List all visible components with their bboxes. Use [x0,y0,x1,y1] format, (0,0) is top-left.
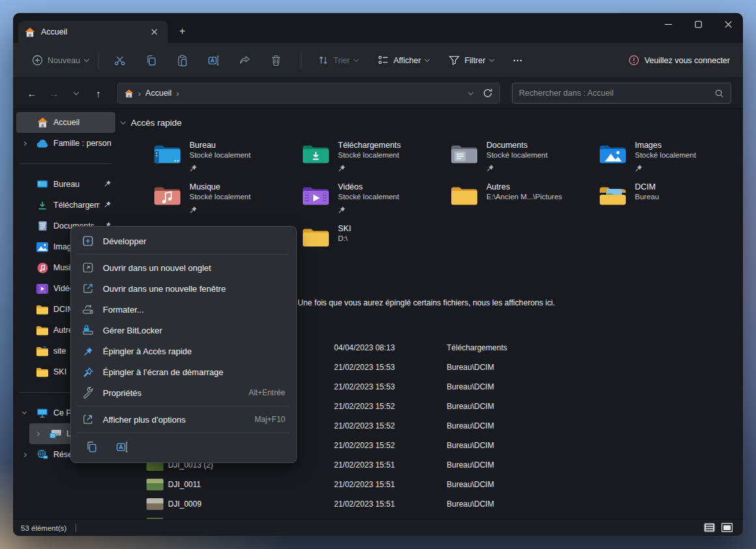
tile-autres[interactable]: Autres E:\Ancien M...\Pictures [450,182,595,218]
window-controls [653,13,743,35]
chevron-down-icon [74,89,79,94]
minimize-button[interactable] [653,13,683,35]
item-count: 53 élément(s) [21,524,66,532]
file-row[interactable]: DJI_0009 21/02/2023 15:51 Bureau\DCIM [119,494,743,514]
open-in-tab-icon [82,262,94,274]
pin-icon [635,162,696,175]
tile-bureau[interactable]: Bureau Stocké localement [153,140,298,176]
onedrive-icon [36,139,49,148]
tile-telechargements[interactable]: Téléchargements Stocké localement [301,140,446,176]
menu-shortcut: Alt+Entrée [249,388,285,397]
chevron-right-icon[interactable] [23,142,31,145]
chevron-down-icon [120,119,126,124]
up-button[interactable]: ↑ [89,83,108,103]
tile-images[interactable]: Images Stocké localement [598,140,743,176]
file-row[interactable]: 21/02/2023 15:51 Bureau\DCIM [119,514,743,519]
tab-close-icon[interactable] [147,25,161,39]
cut-button[interactable] [109,50,130,71]
breadcrumb-separator: › [138,89,141,98]
expand-icon [82,235,94,247]
tab-accueil[interactable]: Accueil [18,21,168,43]
sort-button[interactable]: Trier [312,49,364,72]
view-button[interactable]: Afficher [372,49,435,72]
open-in-window-icon [82,283,94,294]
sidebar-item-accueil[interactable]: Accueil [16,112,115,133]
rename-icon [208,55,219,66]
tile-documents[interactable]: Documents Stocké localement [450,140,595,176]
menu-item-proprietes[interactable]: Propriétés Alt+Entrée [74,382,293,403]
copy-button[interactable] [141,50,161,71]
search-input[interactable] [519,89,714,98]
desktop-icon [36,180,49,190]
quick-access-header[interactable]: Accès rapide [121,118,182,128]
close-button[interactable] [713,13,743,35]
show-more-options-icon [82,414,94,425]
file-row[interactable]: DJI_0011 21/02/2023 15:51 Bureau\DCIM [119,475,743,494]
menu-item-formater[interactable]: Formater... [74,299,293,320]
pc-icon [36,408,49,418]
refresh-icon[interactable] [483,88,493,98]
scissors-icon [114,55,126,66]
menu-item-ouvrir-onglet[interactable]: Ouvrir dans un nouvel onglet [74,257,293,278]
file-thumbnail [147,518,163,519]
address-bar[interactable]: › Accueil › [117,83,500,104]
menu-item-ouvrir-fenetre[interactable]: Ouvrir dans une nouvelle fenêtre [74,278,293,299]
menu-item-developper[interactable]: Développer [74,231,293,251]
chevron-right-icon[interactable] [36,432,44,436]
address-dropdown-icon[interactable] [468,89,473,94]
format-drive-icon [82,303,94,315]
document-icon [36,221,49,231]
tile-dcim[interactable]: DCIM Bureau [598,182,743,218]
rename-button[interactable] [203,50,224,71]
downloads-folder-icon [301,143,330,165]
dcim-folder-icon [598,184,627,206]
maximize-button[interactable] [683,13,713,35]
tile-videos[interactable]: Vidéos Stocké localement [301,182,446,218]
sign-in-notice[interactable]: Veuillez vous connecter [628,55,730,66]
drive-icon [49,429,62,438]
copy-icon[interactable] [85,441,98,456]
recent-locations-button[interactable] [66,83,86,103]
image-icon [36,242,49,252]
tile-ski[interactable]: SKI D:\ [301,223,446,260]
share-icon [239,55,251,66]
context-menu: Développer Ouvrir dans un nouvel onglet … [70,226,297,463]
images-folder-icon [598,143,627,165]
menu-item-afficher-plus-options[interactable]: Afficher plus d’options Maj+F10 [74,409,293,430]
share-button[interactable] [234,50,255,71]
music-folder-icon [153,184,182,206]
menu-item-epingler-acces-rapide[interactable]: Épingler à Accès rapide [74,341,293,361]
menu-separator [77,432,290,433]
status-divider [76,524,76,532]
breadcrumb[interactable]: Accueil [145,89,171,98]
back-button[interactable]: ← [22,83,42,103]
menu-item-epingler-demarrage[interactable]: Épingler à l’écran de démarrage [74,361,293,382]
details-view-toggle[interactable] [704,523,715,533]
tile-musique[interactable]: Musique Stocké localement [153,182,298,218]
sidebar-item-famille[interactable]: Famille : personnel [16,133,115,154]
status-bar: 53 élément(s) [13,519,743,536]
new-tab-button[interactable]: + [173,22,191,40]
sidebar-item-telechargements[interactable]: Téléchargements [16,195,115,216]
menu-shortcut: Maj+F10 [255,415,285,424]
chevron-right-icon[interactable] [23,453,31,457]
rename-icon[interactable] [116,441,128,456]
new-button[interactable]: Nouveau [26,49,94,72]
sidebar-separator [20,163,112,164]
sidebar-item-bureau[interactable]: Bureau [16,174,115,195]
paste-button[interactable] [172,50,193,71]
menu-item-bitlocker[interactable]: Gérer BitLocker [74,320,293,341]
folder-shortcut-icon [36,346,49,356]
pin-icon [189,162,251,175]
delete-button[interactable] [266,50,287,71]
filter-button[interactable]: Filtrer [443,49,499,72]
more-options-button[interactable] [507,50,528,71]
chevron-down-icon[interactable] [23,412,31,414]
search-box [512,83,731,104]
chevron-down-icon [354,57,359,62]
tab-title: Accueil [41,27,141,36]
thumbnails-view-toggle[interactable] [721,523,733,533]
search-icon[interactable] [714,89,724,98]
forward-button[interactable]: → [44,83,64,103]
desktop-folder-icon [153,143,182,165]
